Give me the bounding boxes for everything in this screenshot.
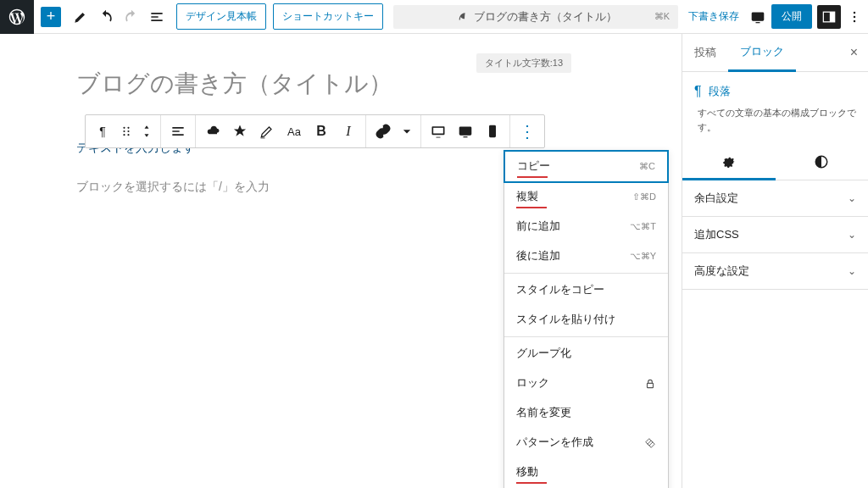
chevron-down-icon: ⌄	[848, 229, 856, 241]
svg-rect-2	[830, 12, 835, 22]
menu-paste-style[interactable]: スタイルを貼り付け	[504, 305, 668, 335]
font-size-icon[interactable]: Aa	[281, 115, 308, 147]
block-options-menu: コピー⌘C 複製⇧⌘D 前に追加⌥⌘T 後に追加⌥⌘Y スタイルをコピー スタイ…	[504, 150, 669, 488]
settings-sidebar: 投稿 ブロック × ¶段落 すべての文章の基本の構成ブロックです。 余白設定⌄ …	[682, 34, 868, 488]
link-icon[interactable]	[370, 115, 397, 147]
svg-rect-16	[648, 383, 654, 387]
menu-copy-style[interactable]: スタイルをコピー	[504, 275, 668, 305]
top-toolbar: + デザイン見本帳 ショートカットキー ブログの書き方（タイトル） ⌘K 下書き…	[0, 0, 868, 34]
title-char-count: タイトル文字数:13	[476, 53, 571, 73]
svg-point-9	[127, 130, 129, 132]
block-type-label: ¶段落	[694, 84, 856, 99]
feather-icon	[455, 11, 467, 23]
device-mobile-icon[interactable]	[479, 115, 506, 147]
shortcut-key-button[interactable]: ショートカットキー	[273, 3, 383, 30]
tab-block[interactable]: ブロック	[728, 34, 796, 72]
svg-rect-13	[433, 128, 443, 134]
bold-icon[interactable]: B	[308, 115, 335, 147]
block-description: すべての文章の基本の構成ブロックです。	[694, 106, 856, 134]
editor-canvas: タイトル文字数:13 ブログの書き方（タイトル） テキストを入力します ブロック…	[0, 34, 682, 488]
menu-copy[interactable]: コピー⌘C	[504, 150, 669, 183]
command-shortcut: ⌘K	[654, 11, 670, 22]
menu-create-pattern[interactable]: パターンを作成	[504, 428, 668, 458]
device-tablet-icon[interactable]	[452, 115, 479, 147]
menu-move[interactable]: 移動	[504, 458, 668, 487]
close-sidebar-icon[interactable]: ×	[847, 42, 861, 64]
lock-icon	[644, 378, 656, 390]
svg-point-10	[123, 134, 125, 136]
chevron-down-icon[interactable]	[397, 115, 417, 147]
svg-rect-14	[459, 127, 470, 135]
panel-margin[interactable]: 余白設定⌄	[682, 180, 868, 217]
pattern-icon	[644, 437, 656, 449]
menu-lock[interactable]: ロック	[504, 369, 668, 398]
device-desktop-icon[interactable]	[425, 115, 452, 147]
panel-advanced[interactable]: 高度な設定⌄	[682, 253, 868, 290]
menu-rename[interactable]: 名前を変更	[504, 398, 668, 428]
menu-add-after[interactable]: 後に追加⌥⌘Y	[504, 241, 668, 271]
svg-point-11	[127, 134, 129, 136]
chevron-down-icon: ⌄	[848, 265, 856, 277]
undo-icon[interactable]	[93, 0, 119, 34]
publish-button[interactable]: 公開	[771, 4, 812, 29]
options-icon[interactable]	[843, 5, 866, 29]
move-arrows-icon[interactable]	[136, 115, 157, 147]
cloud-icon[interactable]	[199, 115, 226, 147]
svg-rect-0	[752, 13, 763, 20]
more-options-icon[interactable]: ⋮	[514, 115, 541, 147]
styles-tab-icon[interactable]	[776, 146, 869, 180]
block-toolbar: ¶ Aa B I ⋮	[85, 114, 545, 148]
preview-icon[interactable]	[746, 5, 770, 29]
tab-post[interactable]: 投稿	[682, 35, 728, 70]
settings-tab-icon[interactable]	[682, 146, 776, 180]
panel-additional-css[interactable]: 追加CSS⌄	[682, 217, 868, 253]
document-title-bar[interactable]: ブログの書き方（タイトル） ⌘K	[393, 5, 678, 29]
chevron-down-icon: ⌄	[848, 192, 856, 204]
star-icon[interactable]	[226, 115, 253, 147]
highlight-icon[interactable]	[253, 115, 281, 147]
svg-point-3	[854, 11, 856, 14]
menu-group[interactable]: グループ化	[504, 339, 668, 369]
redo-icon[interactable]	[119, 0, 144, 34]
save-draft-button[interactable]: 下書き保存	[688, 9, 739, 24]
italic-icon[interactable]: I	[335, 115, 362, 147]
align-icon[interactable]	[164, 115, 192, 147]
outline-icon[interactable]	[144, 0, 170, 34]
svg-rect-15	[490, 125, 496, 136]
menu-add-before[interactable]: 前に追加⌥⌘T	[504, 212, 668, 241]
sidebar-toggle-icon[interactable]	[817, 5, 841, 29]
design-sample-button[interactable]: デザイン見本帳	[176, 3, 266, 30]
svg-point-4	[854, 15, 856, 18]
svg-point-7	[127, 127, 129, 129]
svg-point-5	[854, 19, 856, 22]
svg-point-6	[123, 127, 125, 129]
add-block-button[interactable]: +	[41, 7, 61, 27]
svg-point-8	[123, 130, 125, 132]
edit-icon[interactable]	[68, 0, 93, 34]
drag-handle-icon[interactable]	[116, 115, 136, 147]
menu-duplicate[interactable]: 複製⇧⌘D	[504, 182, 668, 212]
paragraph-type-icon[interactable]: ¶	[89, 115, 116, 147]
wordpress-logo[interactable]	[0, 0, 34, 34]
